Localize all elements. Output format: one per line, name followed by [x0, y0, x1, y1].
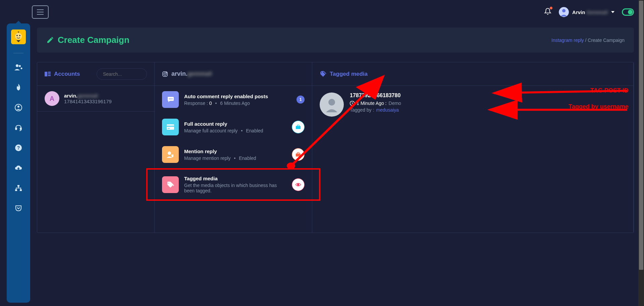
clock-icon: [350, 101, 355, 106]
tagged-by-link[interactable]: medusaiya: [376, 107, 399, 113]
breadcrumb: Instagram reply / Create Campaign: [551, 38, 625, 43]
notifications-button[interactable]: [544, 8, 551, 16]
pencil-icon: [46, 37, 54, 44]
tagged-media-item[interactable]: 17873925266183780 1 Minute Ago : Demo Ta…: [312, 86, 633, 123]
svg-rect-27: [167, 124, 174, 130]
user-name: Arvin Gemmail: [572, 9, 608, 15]
feature-title: Auto comment reply enabled posts: [184, 94, 291, 99]
svg-point-23: [166, 72, 167, 73]
svg-point-6: [19, 65, 21, 67]
instagram-icon: [162, 71, 168, 77]
logo[interactable]: [11, 29, 26, 44]
page-title: Create Campaign: [58, 35, 129, 45]
topbar-right: Arvin Gemmail: [544, 7, 634, 17]
sidebar-icon-fire[interactable]: [12, 81, 25, 94]
page-header: Create Campaign Instagram reply / Create…: [37, 27, 634, 53]
accounts-header-label: Accounts: [54, 71, 80, 77]
svg-rect-17: [45, 72, 47, 76]
tags-icon: [320, 71, 326, 77]
account-id: 17841413433196179: [64, 99, 112, 104]
tagged-by: Tagged by : medusaiya: [350, 107, 401, 113]
avatar: [559, 7, 569, 17]
svg-rect-32: [296, 154, 301, 157]
sidebar-icon-user[interactable]: [12, 101, 25, 114]
features-column: arvin.gemmail Auto comment reply enabled…: [155, 62, 312, 233]
features-header-username: arvin.gemmail: [171, 70, 212, 77]
svg-point-5: [16, 64, 18, 67]
breadcrumb-link[interactable]: Instagram reply: [551, 38, 584, 43]
sidebar-icon-headset[interactable]: [12, 121, 25, 134]
divider: [13, 53, 23, 53]
account-row[interactable]: A arvin.gemmail 17841413433196179: [37, 86, 154, 112]
svg-point-3: [16, 35, 18, 36]
features-header: arvin.gemmail: [155, 62, 312, 86]
svg-text:?: ?: [17, 145, 20, 150]
scrollbar-thumb[interactable]: [639, 1, 643, 243]
svg-rect-10: [15, 128, 17, 130]
briefcase-icon: [296, 125, 301, 129]
sidebar-icon-pocket[interactable]: [12, 201, 25, 215]
svg-point-22: [164, 73, 166, 75]
svg-point-4: [19, 35, 20, 36]
tagged-media-header-label: Tagged media: [330, 71, 368, 77]
svg-point-31: [168, 151, 171, 155]
accounts-column: Accounts A arvin.gemmail 178414134331961…: [37, 62, 155, 233]
svg-point-35: [321, 72, 322, 73]
tagged-media-header: Tagged media: [312, 62, 633, 86]
svg-rect-30: [296, 126, 301, 129]
sidebar: ?: [7, 23, 30, 243]
svg-point-9: [17, 106, 19, 108]
tagged-avatar: [320, 93, 344, 117]
action-button-teal[interactable]: [292, 121, 305, 133]
feature-title: Mention reply: [184, 148, 286, 154]
svg-point-26: [172, 99, 173, 100]
hamburger-button[interactable]: [32, 5, 49, 19]
briefcase-icon: [296, 152, 301, 157]
svg-point-1: [562, 9, 566, 12]
user-menu[interactable]: Arvin Gemmail: [559, 7, 614, 17]
action-button-orange[interactable]: [292, 148, 305, 161]
sidebar-icon-users[interactable]: [12, 61, 25, 74]
svg-point-34: [298, 184, 299, 185]
hamburger-icon: [37, 9, 44, 15]
breadcrumb-current: Create Campaign: [588, 38, 625, 43]
theme-toggle[interactable]: [622, 8, 634, 16]
comment-icon: [162, 91, 179, 108]
account-avatar: A: [45, 91, 59, 106]
feature-sub: Manage mention reply • Enabled: [184, 156, 286, 161]
search-input[interactable]: [97, 68, 147, 80]
svg-rect-14: [17, 185, 19, 187]
scrollbar[interactable]: [638, 0, 644, 243]
svg-rect-18: [48, 72, 51, 73]
svg-rect-20: [48, 75, 51, 76]
svg-point-36: [328, 99, 335, 106]
action-button-view[interactable]: [292, 178, 305, 191]
main-content: Create Campaign Instagram reply / Create…: [37, 24, 644, 243]
card-icon: [162, 119, 179, 135]
tag-post-id: 17873925266183780: [350, 93, 401, 99]
sidebar-icon-cloud[interactable]: [12, 161, 25, 175]
feature-tagged-media[interactable]: Tagged media Get the media objects in wh…: [155, 168, 312, 201]
feature-auto-comment[interactable]: Auto comment reply enabled posts Respons…: [155, 86, 312, 113]
svg-point-7: [21, 68, 22, 69]
svg-rect-16: [20, 189, 22, 191]
account-name: arvin.gemmail: [64, 93, 112, 99]
eye-icon: [295, 183, 301, 187]
svg-rect-19: [48, 73, 51, 74]
sidebar-icon-help[interactable]: ?: [12, 141, 25, 155]
content-grid: Accounts A arvin.gemmail 178414134331961…: [37, 62, 634, 233]
sidebar-icon-network[interactable]: [12, 181, 25, 195]
svg-point-24: [169, 99, 170, 100]
svg-rect-11: [20, 128, 21, 130]
feature-mention-reply[interactable]: Mention reply Manage mention reply • Ena…: [155, 141, 312, 168]
svg-rect-28: [167, 126, 174, 127]
svg-point-25: [170, 99, 171, 100]
feature-sub: Manage full account reply • Enabled: [184, 128, 286, 133]
svg-rect-15: [15, 189, 17, 191]
count-badge: 1: [297, 96, 305, 104]
feature-full-account-reply[interactable]: Full account reply Manage full account r…: [155, 113, 312, 141]
svg-rect-29: [168, 128, 170, 129]
topbar: Arvin Gemmail: [0, 0, 644, 24]
feature-title: Tagged media: [184, 176, 286, 181]
tag-icon: [162, 176, 179, 193]
